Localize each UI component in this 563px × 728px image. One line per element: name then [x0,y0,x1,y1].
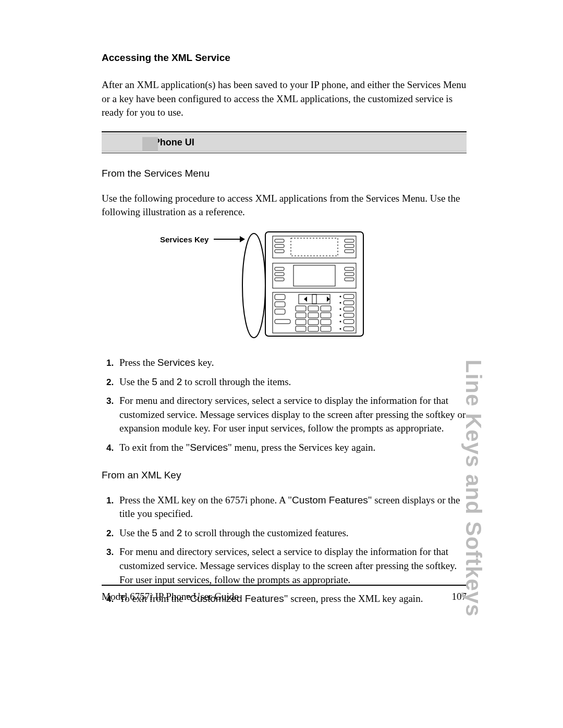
step-2: Use the 5 and 2 to scroll through the it… [116,375,467,389]
step-1: Press the Services key. [116,356,467,370]
step-2b: Use the 5 and 2 to scroll through the cu… [116,526,467,540]
footer-title: Model 6757i IP Phone User Guide [102,591,239,602]
phone-illustration [241,231,366,340]
svg-point-48 [340,314,341,316]
intro-paragraph: After an XML application(s) has been sav… [102,78,467,120]
svg-point-49 [340,320,341,322]
section1-lead: Use the following procedure to access XM… [102,192,467,219]
ui-banner: IP Phone UI [102,131,467,153]
svg-point-46 [340,302,341,303]
subheading-services-menu: From the Services Menu [102,168,467,179]
step-3b: For menu and directory services, select … [116,545,467,587]
svg-point-0 [242,233,265,338]
step-4: To exit from the "Services" menu, press … [116,441,467,455]
phone-ui-icon [142,137,158,152]
callout-arrow [214,239,244,240]
figure-label: Services Key [160,235,209,244]
step-3: For menu and directory services, select … [116,394,467,436]
phone-figure: Services Key [102,231,467,340]
svg-point-50 [340,328,341,329]
chapter-tab: Line Keys and Softkeys [461,360,486,617]
svg-point-47 [340,308,341,310]
svg-point-45 [340,295,341,297]
steps-section1: Press the Services key. Use the 5 and 2 … [102,356,467,455]
page-footer: Model 6757i IP Phone User Guide 107 [102,585,467,602]
subheading-xml-key: From an XML Key [102,470,467,481]
step-1b: Press the XML key on the 6757i phone. A … [116,493,467,521]
section-heading: Accessing the XML Service [102,52,467,64]
